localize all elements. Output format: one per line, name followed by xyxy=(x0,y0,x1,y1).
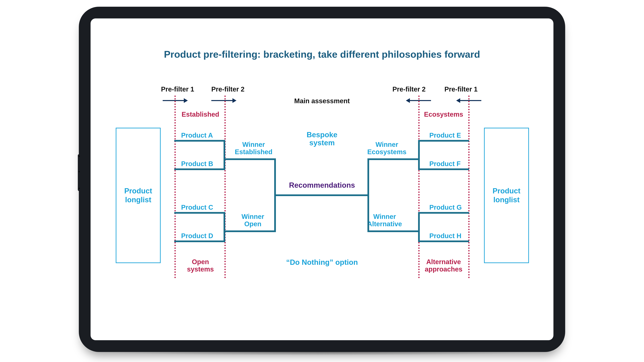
winner-open: Winner Open xyxy=(242,213,264,228)
category-alternative: Alternative approaches xyxy=(421,258,466,273)
header-prefilter1-right: Pre-filter 1 xyxy=(444,85,478,93)
product-a: Product A xyxy=(181,132,213,139)
header-main-assessment: Main assessment xyxy=(288,97,356,105)
category-established: Established xyxy=(178,111,223,118)
winner-alternative: Winner Alternative xyxy=(367,213,402,228)
product-longlist-left: Product longlist xyxy=(116,128,161,263)
recommendations: Recommendations xyxy=(288,181,356,189)
winner-established: Winner Established xyxy=(235,141,272,156)
longlist-label: Product longlist xyxy=(116,187,160,204)
diagram-title: Product pre-filtering: bracketing, take … xyxy=(0,49,644,60)
header-prefilter1-left: Pre-filter 1 xyxy=(161,85,194,93)
header-prefilter2-left: Pre-filter 2 xyxy=(211,85,244,93)
do-nothing-option: “Do Nothing” option xyxy=(272,258,372,267)
bespoke-system: Bespoke system xyxy=(297,131,347,147)
product-g: Product G xyxy=(429,204,462,211)
header-prefilter2-right: Pre-filter 2 xyxy=(392,85,426,93)
winner-ecosystems: Winner Ecosystems xyxy=(367,141,406,156)
guide-line xyxy=(468,95,470,278)
tablet-side-buttons xyxy=(78,154,80,191)
category-ecosystems: Ecosystems xyxy=(421,111,466,118)
product-longlist-right: Product longlist xyxy=(484,128,529,263)
longlist-label: Product longlist xyxy=(485,187,528,204)
category-open-systems: Open systems xyxy=(178,258,223,273)
product-e: Product E xyxy=(429,132,461,139)
product-d: Product D xyxy=(181,232,213,240)
guide-line xyxy=(224,95,226,278)
product-b: Product B xyxy=(181,160,213,168)
guide-line xyxy=(174,95,176,278)
product-c: Product C xyxy=(181,204,213,211)
guide-line xyxy=(418,95,420,278)
product-f: Product F xyxy=(429,160,461,168)
product-h: Product H xyxy=(429,232,461,240)
